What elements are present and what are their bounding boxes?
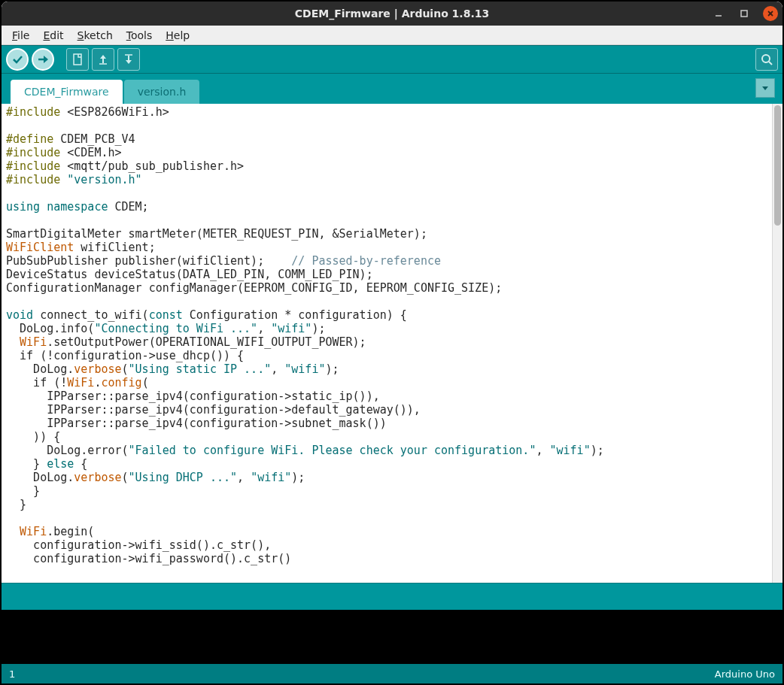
- svg-rect-1: [741, 11, 747, 17]
- svg-rect-6: [74, 54, 81, 65]
- tab-cdem-firmware[interactable]: CDEM_Firmware: [11, 80, 123, 104]
- message-area: [2, 583, 782, 610]
- editor-area: #include <ESP8266WiFi.h> #define CDEM_PC…: [2, 104, 782, 583]
- close-button[interactable]: [763, 6, 778, 21]
- app-window: CDEM_Firmware | Arduino 1.8.13 File Edit…: [0, 0, 784, 685]
- svg-marker-5: [44, 56, 48, 63]
- menu-file[interactable]: File: [8, 28, 34, 43]
- menu-edit[interactable]: Edit: [38, 28, 68, 43]
- tab-label: CDEM_Firmware: [24, 86, 109, 98]
- menu-sketch[interactable]: Sketch: [73, 28, 117, 43]
- scroll-thumb[interactable]: [774, 105, 781, 226]
- verify-button[interactable]: [6, 48, 29, 71]
- window-controls: [712, 2, 778, 26]
- menubar: File Edit Sketch Tools Help: [2, 26, 782, 45]
- statusbar: 1 Arduino Uno: [2, 664, 782, 683]
- menu-tools[interactable]: Tools: [122, 28, 157, 43]
- output-console[interactable]: [2, 610, 782, 664]
- svg-point-13: [762, 55, 770, 62]
- toolbar: [2, 45, 782, 74]
- menu-help[interactable]: Help: [161, 28, 194, 43]
- chevron-down-icon: [761, 83, 770, 92]
- upload-button[interactable]: [32, 48, 54, 71]
- code-editor[interactable]: #include <ESP8266WiFi.h> #define CDEM_PC…: [2, 104, 772, 583]
- save-button[interactable]: [117, 48, 140, 71]
- titlebar: CDEM_Firmware | Arduino 1.8.13: [2, 2, 782, 26]
- new-button[interactable]: [66, 48, 89, 71]
- status-line-number: 1: [9, 668, 15, 680]
- window-title: CDEM_Firmware | Arduino 1.8.13: [295, 8, 489, 20]
- svg-line-14: [769, 62, 772, 65]
- tab-version-h[interactable]: version.h: [124, 80, 200, 104]
- status-board: Arduino Uno: [715, 668, 775, 680]
- vertical-scrollbar[interactable]: [772, 104, 782, 583]
- tabbar: CDEM_Firmware version.h: [2, 74, 782, 104]
- svg-marker-11: [126, 60, 132, 64]
- tab-menu-button[interactable]: [755, 78, 775, 98]
- minimize-button[interactable]: [712, 7, 725, 20]
- tab-label: version.h: [138, 86, 187, 98]
- svg-marker-15: [762, 86, 768, 90]
- maximize-button[interactable]: [737, 7, 751, 20]
- serial-monitor-button[interactable]: [755, 48, 778, 71]
- svg-marker-8: [100, 55, 106, 59]
- open-button[interactable]: [92, 48, 114, 71]
